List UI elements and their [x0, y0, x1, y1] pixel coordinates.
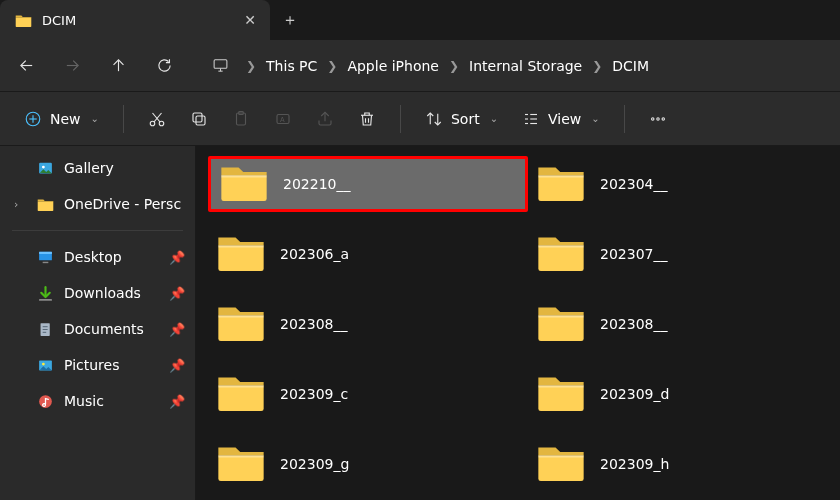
svg-line-11 [154, 113, 162, 122]
downloads-icon [36, 284, 54, 302]
sidebar-item-pictures[interactable]: Pictures 📌 [0, 347, 195, 383]
share-button[interactable] [306, 100, 344, 138]
folder-icon [536, 162, 586, 207]
folder-item[interactable]: 202309_h [528, 436, 840, 492]
divider [400, 105, 401, 133]
chevron-right-icon: › [14, 198, 26, 211]
rename-button[interactable]: A [264, 100, 302, 138]
sidebar-item-downloads[interactable]: Downloads 📌 [0, 275, 195, 311]
chevron-down-icon: ⌄ [91, 113, 99, 124]
folder-name: 202308__ [600, 316, 667, 332]
sidebar-item-label: Documents [64, 321, 144, 337]
folder-name: 202309_d [600, 386, 669, 402]
pin-icon: 📌 [169, 322, 185, 337]
folder-item[interactable]: 202309_d [528, 366, 840, 422]
pictures-icon [36, 356, 54, 374]
sidebar-item-label: Downloads [64, 285, 141, 301]
folder-name: 202308__ [280, 316, 347, 332]
folder-name: 202309_c [280, 386, 348, 402]
svg-rect-35 [39, 251, 52, 253]
more-button[interactable] [639, 100, 677, 138]
toolbar: New ⌄ A Sort ⌄ View ⌄ [0, 92, 840, 146]
folder-item[interactable]: 202309_c [208, 366, 528, 422]
folder-icon [36, 195, 54, 213]
folder-item[interactable]: 202308__ [528, 296, 840, 352]
divider [123, 105, 124, 133]
sidebar: Gallery › OneDrive - Persc Desktop 📌 Dow… [0, 146, 196, 500]
folder-icon [536, 232, 586, 277]
chevron-down-icon: ⌄ [490, 113, 498, 124]
sidebar-item-label: Music [64, 393, 104, 409]
delete-button[interactable] [348, 100, 386, 138]
folder-item[interactable]: 202306_a [208, 226, 528, 282]
sort-button-label: Sort [451, 111, 480, 127]
sidebar-item-label: OneDrive - Persc [64, 196, 181, 212]
forward-button[interactable] [52, 46, 92, 86]
cut-button[interactable] [138, 100, 176, 138]
tab-bar: DCIM ✕ ＋ [0, 0, 840, 40]
paste-button[interactable] [222, 100, 260, 138]
sidebar-item-label: Desktop [64, 249, 122, 265]
copy-button[interactable] [180, 100, 218, 138]
sidebar-item-music[interactable]: Music 📌 [0, 383, 195, 419]
breadcrumb-this-pc[interactable]: This PC [266, 58, 317, 74]
refresh-button[interactable] [144, 46, 184, 86]
svg-rect-13 [196, 116, 205, 125]
new-tab-button[interactable]: ＋ [272, 2, 308, 38]
pin-icon: 📌 [169, 358, 185, 373]
folder-icon [216, 232, 266, 277]
documents-icon [36, 320, 54, 338]
folder-item[interactable]: 202308__ [208, 296, 528, 352]
sidebar-item-label: Gallery [64, 160, 114, 176]
address-bar[interactable]: ❯ This PC ❯ Apple iPhone ❯ Internal Stor… [200, 49, 834, 83]
sidebar-item-onedrive[interactable]: › OneDrive - Persc [0, 186, 195, 222]
folder-content[interactable]: 202210__202304__202306_a202307__202308__… [196, 146, 840, 500]
chevron-right-icon: ❯ [588, 59, 606, 73]
folder-icon [216, 442, 266, 487]
view-button-label: View [548, 111, 581, 127]
nav-bar: ❯ This PC ❯ Apple iPhone ❯ Internal Stor… [0, 40, 840, 92]
folder-name: 202210__ [283, 176, 350, 192]
folder-item[interactable]: 202210__ [208, 156, 528, 212]
svg-point-31 [662, 117, 664, 119]
breadcrumb-dcim[interactable]: DCIM [612, 58, 649, 74]
folder-item[interactable]: 202309_g [208, 436, 528, 492]
svg-rect-14 [193, 113, 202, 122]
svg-line-12 [152, 113, 160, 122]
sidebar-item-desktop[interactable]: Desktop 📌 [0, 239, 195, 275]
new-button[interactable]: New ⌄ [14, 100, 109, 138]
view-button[interactable]: View ⌄ [512, 100, 610, 138]
close-tab-button[interactable]: ✕ [242, 12, 258, 28]
desktop-icon [36, 248, 54, 266]
breadcrumb-apple-iphone[interactable]: Apple iPhone [347, 58, 439, 74]
sidebar-item-label: Pictures [64, 357, 119, 373]
chevron-right-icon: ❯ [242, 59, 260, 73]
monitor-icon [210, 56, 230, 76]
folder-item[interactable]: 202307__ [528, 226, 840, 282]
tab-title: DCIM [42, 13, 232, 28]
up-button[interactable] [98, 46, 138, 86]
svg-point-44 [41, 362, 44, 365]
breadcrumb-internal-storage[interactable]: Internal Storage [469, 58, 582, 74]
new-button-label: New [50, 111, 81, 127]
folder-icon [216, 302, 266, 347]
sort-button[interactable]: Sort ⌄ [415, 100, 508, 138]
folder-icon [536, 302, 586, 347]
svg-rect-36 [42, 261, 48, 262]
folder-name: 202307__ [600, 246, 667, 262]
pin-icon: 📌 [169, 286, 185, 301]
tab-dcim[interactable]: DCIM ✕ [0, 0, 270, 40]
folder-item[interactable]: 202304__ [528, 156, 840, 212]
folder-name: 202306_a [280, 246, 349, 262]
folder-icon [536, 372, 586, 417]
folder-icon [219, 162, 269, 207]
sidebar-item-documents[interactable]: Documents 📌 [0, 311, 195, 347]
folder-name: 202304__ [600, 176, 667, 192]
gallery-icon [36, 159, 54, 177]
divider [624, 105, 625, 133]
svg-rect-3 [214, 60, 227, 69]
folder-icon [216, 372, 266, 417]
back-button[interactable] [6, 46, 46, 86]
svg-text:A: A [280, 116, 285, 124]
sidebar-item-gallery[interactable]: Gallery [0, 150, 195, 186]
